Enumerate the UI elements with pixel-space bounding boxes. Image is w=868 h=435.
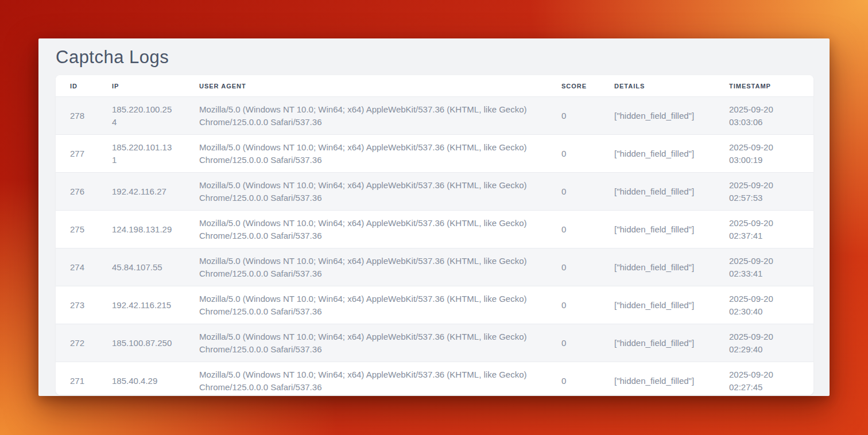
cell-score: 0 — [547, 286, 600, 324]
table-row: 271 185.40.4.29 Mozilla/5.0 (Windows NT … — [56, 362, 813, 395]
captcha-logs-table: ID IP USER AGENT SCORE DETAILS TIMESTAMP… — [56, 75, 813, 395]
captcha-logs-card: Captcha Logs ID IP USER AGENT SCORE DETA… — [38, 38, 830, 396]
table-row: 272 185.100.87.250 Mozilla/5.0 (Windows … — [56, 324, 813, 362]
cell-ip: 185.100.87.250 — [98, 324, 185, 362]
captcha-logs-table-container: ID IP USER AGENT SCORE DETAILS TIMESTAMP… — [56, 75, 813, 395]
cell-id: 277 — [56, 135, 98, 173]
column-header-timestamp: TIMESTAMP — [715, 75, 813, 97]
cell-ip: 185.40.4.29 — [98, 362, 185, 395]
cell-details: ["hidden_field_filled"] — [600, 211, 715, 248]
cell-score: 0 — [547, 173, 600, 211]
table-row: 277 185.220.101.131 Mozilla/5.0 (Windows… — [56, 135, 813, 173]
table-row: 275 124.198.131.29 Mozilla/5.0 (Windows … — [56, 211, 813, 248]
cell-ip: 185.220.100.254 — [98, 97, 185, 135]
cell-id: 274 — [56, 248, 98, 286]
cell-user-agent: Mozilla/5.0 (Windows NT 10.0; Win64; x64… — [185, 324, 547, 362]
cell-ip: 45.84.107.55 — [98, 248, 185, 286]
table-header-row: ID IP USER AGENT SCORE DETAILS TIMESTAMP — [56, 75, 813, 97]
table-row: 278 185.220.100.254 Mozilla/5.0 (Windows… — [56, 97, 813, 135]
cell-score: 0 — [547, 135, 600, 173]
cell-user-agent: Mozilla/5.0 (Windows NT 10.0; Win64; x64… — [185, 173, 547, 211]
cell-id: 278 — [56, 97, 98, 135]
cell-score: 0 — [547, 211, 600, 248]
column-header-user-agent: USER AGENT — [185, 75, 547, 97]
cell-timestamp: 2025-09-20 03:00:19 — [715, 135, 813, 173]
cell-user-agent: Mozilla/5.0 (Windows NT 10.0; Win64; x64… — [185, 97, 547, 135]
cell-timestamp: 2025-09-20 02:30:40 — [715, 286, 813, 324]
column-header-ip: IP — [98, 75, 185, 97]
cell-details: ["hidden_field_filled"] — [600, 135, 715, 173]
cell-timestamp: 2025-09-20 02:27:45 — [715, 362, 813, 395]
cell-ip: 192.42.116.215 — [98, 286, 185, 324]
cell-user-agent: Mozilla/5.0 (Windows NT 10.0; Win64; x64… — [185, 248, 547, 286]
cell-details: ["hidden_field_filled"] — [600, 173, 715, 211]
cell-id: 272 — [56, 324, 98, 362]
cell-details: ["hidden_field_filled"] — [600, 286, 715, 324]
column-header-details: DETAILS — [600, 75, 715, 97]
cell-score: 0 — [547, 97, 600, 135]
cell-user-agent: Mozilla/5.0 (Windows NT 10.0; Win64; x64… — [185, 362, 547, 395]
cell-timestamp: 2025-09-20 02:37:41 — [715, 211, 813, 248]
cell-ip: 185.220.101.131 — [98, 135, 185, 173]
cell-timestamp: 2025-09-20 03:03:06 — [715, 97, 813, 135]
cell-ip: 192.42.116.27 — [98, 173, 185, 211]
table-row: 274 45.84.107.55 Mozilla/5.0 (Windows NT… — [56, 248, 813, 286]
cell-user-agent: Mozilla/5.0 (Windows NT 10.0; Win64; x64… — [185, 135, 547, 173]
table-row: 276 192.42.116.27 Mozilla/5.0 (Windows N… — [56, 173, 813, 211]
cell-score: 0 — [547, 248, 600, 286]
page-title: Captcha Logs — [38, 38, 830, 75]
cell-details: ["hidden_field_filled"] — [600, 324, 715, 362]
cell-details: ["hidden_field_filled"] — [600, 97, 715, 135]
column-header-score: SCORE — [547, 75, 600, 97]
column-header-id: ID — [56, 75, 98, 97]
cell-timestamp: 2025-09-20 02:57:53 — [715, 173, 813, 211]
cell-score: 0 — [547, 324, 600, 362]
cell-timestamp: 2025-09-20 02:29:40 — [715, 324, 813, 362]
cell-id: 273 — [56, 286, 98, 324]
cell-user-agent: Mozilla/5.0 (Windows NT 10.0; Win64; x64… — [185, 211, 547, 248]
cell-details: ["hidden_field_filled"] — [600, 362, 715, 395]
cell-timestamp: 2025-09-20 02:33:41 — [715, 248, 813, 286]
table-row: 273 192.42.116.215 Mozilla/5.0 (Windows … — [56, 286, 813, 324]
table-body: 278 185.220.100.254 Mozilla/5.0 (Windows… — [56, 97, 813, 395]
cell-id: 271 — [56, 362, 98, 395]
cell-ip: 124.198.131.29 — [98, 211, 185, 248]
cell-id: 276 — [56, 173, 98, 211]
cell-score: 0 — [547, 362, 600, 395]
cell-id: 275 — [56, 211, 98, 248]
cell-details: ["hidden_field_filled"] — [600, 248, 715, 286]
cell-user-agent: Mozilla/5.0 (Windows NT 10.0; Win64; x64… — [185, 286, 547, 324]
